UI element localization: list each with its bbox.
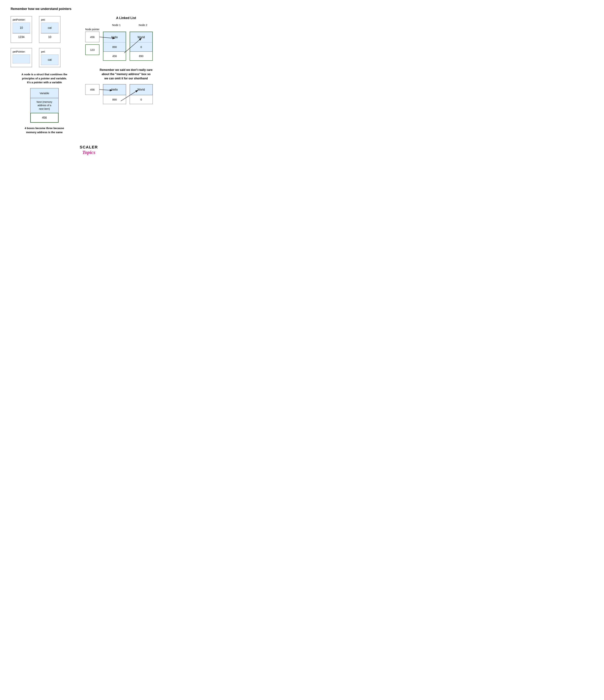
- node1-bot: 456: [103, 51, 126, 60]
- linked-list-title: A Linked List: [85, 16, 167, 20]
- node2-label: Node 2: [130, 23, 156, 26]
- ptr-box-456: 456: [85, 32, 99, 42]
- shorthand-area: 456 He: [85, 84, 167, 104]
- linked-list-wrapper: Node 1 Node 2 Node pointer 456 123: [85, 23, 167, 61]
- pet-pointer-inner-1: 10: [12, 23, 30, 33]
- node2-mid: 0: [130, 43, 152, 51]
- left-panel: petPointer: 10 1234 pet: cat 10 petPoint…: [11, 16, 78, 134]
- sh-node1-top: Hello: [103, 84, 126, 95]
- variable-bottom: 456: [30, 113, 58, 123]
- variable-box-container: Variable Next (memory address of a next …: [30, 88, 58, 123]
- page-title: Remember how we understand pointers: [11, 7, 167, 11]
- node1-label: Node 1: [103, 23, 130, 26]
- sh-node2-box: World 0: [130, 84, 153, 104]
- node2-bot: 890: [130, 51, 152, 60]
- sh-ptr-box: 456: [85, 84, 99, 95]
- pointer-column: 456 123: [85, 32, 99, 55]
- node-labels-row: Node 1 Node 2: [103, 23, 167, 26]
- node2-top: World: [130, 32, 152, 43]
- logo-area: SCALER Topics: [11, 145, 167, 155]
- pointer-section-2: petPointer: pet: cat: [11, 48, 78, 67]
- four-boxes-label: 4 boxes become three because memory addr…: [11, 126, 78, 134]
- pet-pointer-label-1: petPointer:: [12, 18, 30, 21]
- pet-inner-2: cat: [41, 54, 58, 65]
- remember-title: Remember we said we don't really care ab…: [85, 68, 167, 81]
- pet-bottom-1: 10: [41, 33, 58, 41]
- pet-inner-1: cat: [41, 23, 58, 33]
- pet-pointer-label-2: petPointer:: [12, 50, 30, 53]
- pet-pointer-box-2: petPointer:: [11, 48, 32, 67]
- node1-mid: 890: [103, 43, 126, 51]
- variable-inner: Variable: [30, 88, 58, 98]
- pet-pointer-bottom-1: 1234: [12, 33, 30, 41]
- right-panel: A Linked List Node 1 Node 2 Node pointer…: [85, 16, 167, 134]
- logo-scaler: SCALER: [11, 145, 167, 150]
- pet-pointer-box-1: petPointer: 10 1234: [11, 16, 32, 43]
- pet-label-2: pet:: [41, 50, 58, 53]
- node-pointer-label: Node pointer: [85, 28, 167, 31]
- sh-node2-bot: 0: [130, 95, 153, 104]
- pointer-section-1: petPointer: 10 1234 pet: cat 10: [11, 16, 78, 43]
- pet-box-1: pet: cat 10: [39, 16, 60, 43]
- node-description: A node is a struct that combines the pri…: [11, 72, 78, 84]
- node1-box: Hello 890 456: [103, 32, 126, 61]
- logo-topics: Topics: [11, 150, 167, 155]
- ll-main-row: 456 123: [85, 32, 167, 61]
- node2-box: World 0 890: [130, 32, 153, 61]
- main-layout: petPointer: 10 1234 pet: cat 10 petPoint…: [11, 16, 167, 134]
- variable-next: Next (memory address of a next item): [30, 98, 58, 113]
- pet-box-2: pet: cat: [39, 48, 60, 67]
- sh-node2-top: World: [130, 84, 153, 95]
- pet-pointer-inner-2: [12, 54, 30, 64]
- sh-row: 456 He: [85, 84, 167, 104]
- variable-outer-box: Variable Next (memory address of a next …: [30, 88, 58, 123]
- remember-section: Remember we said we don't really care ab…: [85, 68, 167, 104]
- sh-node1-box: Hello 890: [103, 84, 126, 104]
- ptr-box-123: 123: [85, 44, 99, 55]
- node1-top: Hello: [103, 32, 126, 43]
- sh-node1-bot: 890: [103, 95, 126, 104]
- pet-label-1: pet:: [41, 18, 58, 21]
